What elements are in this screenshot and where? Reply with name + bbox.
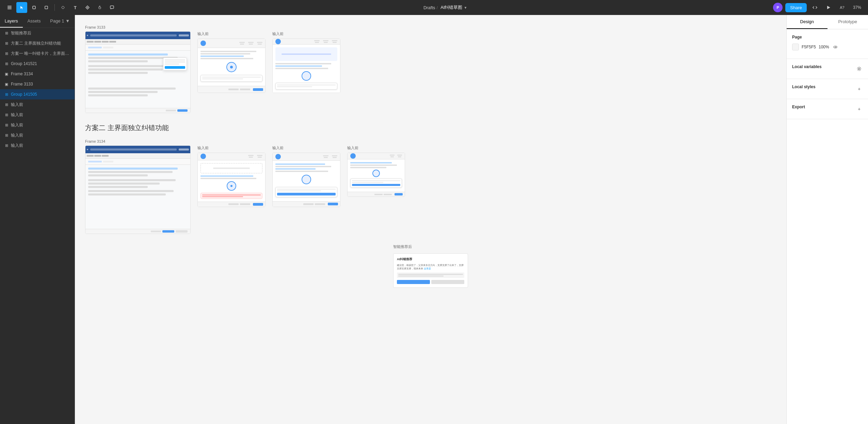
share-button[interactable]: Share xyxy=(785,3,807,12)
page-color-swatch[interactable] xyxy=(792,44,799,50)
layer-group-icon: ⊞ xyxy=(4,102,9,107)
layer-item-plan2[interactable]: ⊞ 方案二 主界面独立纠错功能 xyxy=(0,38,75,48)
svg-point-12 xyxy=(858,68,860,69)
menu-button[interactable] xyxy=(4,2,15,13)
input-frame-4[interactable] xyxy=(272,153,340,207)
text-tool-button[interactable]: T xyxy=(70,2,81,13)
layer-label: Frame 3134 xyxy=(11,72,33,76)
input-frame-1[interactable] xyxy=(197,38,266,93)
page-label: Page 1 xyxy=(50,18,64,23)
layer-item-smart[interactable]: ⊞ 智能推荐后 xyxy=(0,28,75,38)
frame3133-thumb[interactable] xyxy=(85,31,191,113)
code-view-button[interactable] xyxy=(809,2,820,13)
layer-frame-icon: ▣ xyxy=(4,72,9,76)
local-styles-section: Local styles + xyxy=(787,79,868,99)
smart-accept-btn[interactable] xyxy=(397,280,430,284)
more-options-button[interactable]: A? xyxy=(837,2,848,13)
layer-item-plan1[interactable]: ⊞ 方案一 唯一纠错卡片，主界面仅... xyxy=(0,48,75,59)
svg-rect-8 xyxy=(45,6,48,9)
editor-content-2 xyxy=(85,165,190,229)
smart-buttons xyxy=(397,280,464,284)
avatar[interactable]: P xyxy=(773,3,783,12)
frames-row-2: 输入前 xyxy=(85,145,776,234)
layer-item-input5[interactable]: ⊞ 输入前 xyxy=(0,140,75,151)
ui-header-2 xyxy=(273,39,340,45)
layer-group-icon: ⊞ xyxy=(4,92,9,97)
input-frame-5[interactable] xyxy=(347,153,405,197)
layers-tab[interactable]: Layers xyxy=(0,15,23,28)
left-panel: Layers Assets Page 1 ▼ ⊞ 智能推荐后 ⊞ 方案二 主界面… xyxy=(0,15,75,424)
input-before-label-1: 输入前 xyxy=(197,31,266,36)
page-selector[interactable]: Page 1 ▼ xyxy=(45,15,75,28)
toolbar: T Drafts / AI纠错草图 ▼ P Share xyxy=(0,0,868,15)
page-color-row: F5F5F5 100% xyxy=(792,44,863,50)
smart-reject-btn[interactable] xyxy=(431,280,464,284)
shape-tool-button[interactable] xyxy=(41,2,52,13)
zoom-level[interactable]: 37% xyxy=(850,4,864,11)
frames-row-1: 输入前 xyxy=(85,31,776,113)
ui-header-1 xyxy=(198,39,265,48)
layer-label: 输入前 xyxy=(11,143,23,148)
frame-tool-button[interactable] xyxy=(29,2,39,13)
layer-item-input3[interactable]: ⊞ 输入前 xyxy=(0,120,75,130)
design-tab[interactable]: Design xyxy=(787,15,827,29)
mock-editor-2 xyxy=(85,146,190,234)
smart-frame[interactable]: AI纠错推荐 建议您，根据您了，父亲来东北方向，支撑支撑了出来了，支撑支撑支撑支… xyxy=(393,253,468,288)
layer-item-frame3134[interactable]: ▣ Frame 3134 xyxy=(0,69,75,79)
export-header: Export + xyxy=(792,105,863,113)
layer-label: Group 141521 xyxy=(11,61,37,66)
mock-editor-1 xyxy=(85,32,190,113)
export-add[interactable]: + xyxy=(856,106,863,112)
ui-popup-5 xyxy=(350,178,402,188)
input-before-label-2: 输入前 xyxy=(272,31,340,36)
editor-ribbon xyxy=(85,39,190,45)
frame3134-thumb[interactable] xyxy=(85,145,191,234)
prototype-tab[interactable]: Prototype xyxy=(827,15,868,29)
pen-tool-button[interactable] xyxy=(58,2,68,13)
select-tool-button[interactable] xyxy=(16,2,27,13)
input-before-label-4: 输入前 xyxy=(272,145,340,151)
ui-header-5 xyxy=(348,153,405,159)
file-name-button[interactable]: AI纠错草图 ▼ xyxy=(440,4,467,11)
ui-frame-5 xyxy=(348,153,405,197)
layer-label: 方案二 主界面独立纠错功能 xyxy=(11,41,61,46)
layer-label: 输入前 xyxy=(11,122,23,128)
local-variables-header: Local variables xyxy=(792,64,863,73)
layer-item-group141505[interactable]: ⊞ Group 141505 xyxy=(0,89,75,99)
layer-item-input4[interactable]: ⊞ 输入前 xyxy=(0,130,75,140)
present-button[interactable] xyxy=(823,2,834,13)
local-variables-settings[interactable] xyxy=(856,65,863,72)
component-tool-button[interactable] xyxy=(82,2,93,13)
frame3133-label: Frame 3133 xyxy=(85,25,776,29)
layer-item-input2[interactable]: ⊞ 输入前 xyxy=(0,110,75,120)
page-visibility-toggle[interactable] xyxy=(832,44,839,50)
svg-rect-2 xyxy=(7,9,12,9)
panel-tabs: Layers Assets Page 1 ▼ xyxy=(0,15,75,28)
canvas-inner: Frame 3133 xyxy=(75,15,786,298)
hand-tool-button[interactable] xyxy=(94,2,105,13)
input-frame-2[interactable] xyxy=(272,38,340,93)
layer-item-input1[interactable]: ⊞ 输入前 xyxy=(0,99,75,110)
local-styles-add[interactable]: + xyxy=(856,85,863,92)
input-frame-3[interactable] xyxy=(197,153,266,207)
section2-label: 方案二 主界面独立纠错功能 xyxy=(85,123,776,132)
layers-list: ⊞ 智能推荐后 ⊞ 方案二 主界面独立纠错功能 ⊞ 方案一 唯一纠错卡片，主界面… xyxy=(0,28,75,151)
toolbar-sep-1 xyxy=(54,4,55,11)
export-section: Export + xyxy=(787,99,868,119)
file-dropdown-icon: ▼ xyxy=(464,6,467,10)
canvas[interactable]: Frame 3133 xyxy=(75,15,786,424)
ui-content-2 xyxy=(273,45,340,93)
export-title: Export xyxy=(792,105,805,109)
smart-frame-title: AI纠错推荐 xyxy=(397,257,464,262)
comment-tool-button[interactable] xyxy=(107,2,117,13)
ui-popup-2 xyxy=(275,83,337,90)
svg-rect-0 xyxy=(7,6,12,6)
layer-group-icon: ⊞ xyxy=(4,51,9,56)
page-section: Page F5F5F5 100% xyxy=(787,29,868,59)
breadcrumb-drafts[interactable]: Drafts xyxy=(423,5,435,10)
layer-item-group141521[interactable]: ⊞ Group 141521 xyxy=(0,59,75,69)
ui-footer-4 xyxy=(273,201,340,207)
ui-frame-1 xyxy=(198,39,265,93)
layer-item-frame3133[interactable]: ▣ Frame 3133 xyxy=(0,79,75,89)
assets-tab[interactable]: Assets xyxy=(23,15,46,28)
